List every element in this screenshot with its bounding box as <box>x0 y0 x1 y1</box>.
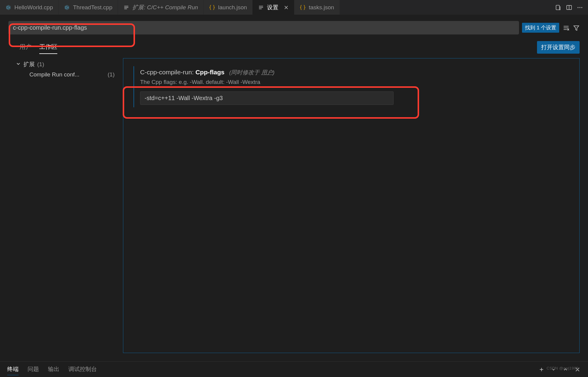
panel-tab-debug-console[interactable]: 调试控制台 <box>68 364 97 375</box>
tab-label: launch.json <box>218 4 247 11</box>
setting-note-link[interactable]: 用户 <box>261 69 273 76</box>
setting-input-wrap <box>140 91 563 105</box>
panel-tab-output[interactable]: 输出 <box>48 364 59 375</box>
panel-tab-problems[interactable]: 问题 <box>28 364 39 375</box>
tab-label: 设置 <box>267 4 278 11</box>
tab-label: HelloWorld.cpp <box>14 4 53 11</box>
tab-helloworld[interactable]: C+ HelloWorld.cpp <box>0 0 58 15</box>
new-terminal-icon[interactable] <box>538 366 545 373</box>
toc-item-label: Compile Run conf... <box>29 71 80 78</box>
tab-tasks-json[interactable]: tasks.json <box>294 0 340 15</box>
bottom-panel-tabs: 终端 问题 输出 调试控制台 <box>7 364 97 375</box>
svg-text:C+: C+ <box>6 6 10 9</box>
setting-value-input[interactable] <box>140 91 394 105</box>
tab-label: ThreadTest.cpp <box>73 4 112 11</box>
settings-search-row: 找到 1 个设置 <box>0 15 588 38</box>
settings-scope-tabs: 用户 工作区 <box>20 40 57 54</box>
open-changes-icon[interactable] <box>555 4 562 11</box>
scope-tab-user[interactable]: 用户 <box>20 40 32 54</box>
json-icon <box>209 4 215 10</box>
setting-modified-note: (同时修改于 用户) <box>229 69 274 76</box>
split-editor-icon[interactable] <box>566 4 572 11</box>
toc-group-count: (1) <box>37 61 44 68</box>
maximize-panel-icon[interactable] <box>562 366 569 373</box>
cpp-icon: C+ <box>5 4 11 10</box>
bottom-panel: 终端 问题 输出 调试控制台 <box>0 361 588 377</box>
toc-group-label: 扩展 <box>23 61 35 68</box>
tab-extension[interactable]: 扩展: C/C++ Compile Run <box>118 0 204 15</box>
more-icon[interactable] <box>577 4 583 11</box>
scope-tab-workspace[interactable]: 工作区 <box>39 40 57 54</box>
setting-description: The Cpp flags: e.g. -Wall. default: -Wal… <box>140 79 563 85</box>
search-right: 找到 1 个设置 <box>522 23 580 33</box>
settings-results-panel: C-cpp-compile-run: Cpp-flags (同时修改于 用户) … <box>123 58 580 353</box>
cpp-icon: C+ <box>64 4 70 10</box>
tab-actions <box>550 4 588 11</box>
settings-toc: 扩展 (1) Compile Run conf... (1) <box>0 54 123 357</box>
toc-item-compile-run[interactable]: Compile Run conf... (1) <box>16 68 115 78</box>
settings-scope-row: 用户 工作区 打开设置同步 <box>0 38 588 54</box>
svg-point-13 <box>578 7 578 8</box>
tab-label: tasks.json <box>309 4 334 11</box>
json-icon <box>300 4 306 10</box>
tab-bar: C+ HelloWorld.cpp C+ ThreadTest.cpp 扩展: … <box>0 0 588 15</box>
found-count-badge: 找到 1 个设置 <box>522 23 559 33</box>
chevron-down-icon <box>16 61 21 68</box>
setting-cpp-flags: C-cpp-compile-run: Cpp-flags (同时修改于 用户) … <box>134 66 569 107</box>
setting-subkey: Cpp-flags <box>195 69 224 76</box>
tab-label: 扩展: C/C++ Compile Run <box>132 4 198 11</box>
settings-main-row: 扩展 (1) Compile Run conf... (1) C-cpp-com… <box>0 54 588 357</box>
svg-point-15 <box>581 7 582 8</box>
tab-threadtest[interactable]: C+ ThreadTest.cpp <box>58 0 118 15</box>
terminal-dropdown-icon[interactable] <box>550 366 557 373</box>
toc-group-extensions[interactable]: 扩展 (1) <box>16 61 119 68</box>
toc-item-count: (1) <box>108 71 115 78</box>
svg-point-14 <box>579 7 580 8</box>
setting-key: C-cpp-compile-run: <box>140 69 194 76</box>
list-icon <box>258 4 264 10</box>
setting-note-suffix: ) <box>273 69 274 76</box>
filter-icon[interactable] <box>573 25 580 31</box>
setting-title: C-cpp-compile-run: Cpp-flags (同时修改于 用户) <box>140 69 563 76</box>
setting-note-prefix: (同时修改于 <box>229 69 261 76</box>
close-panel-icon[interactable] <box>574 366 581 373</box>
clear-search-icon[interactable] <box>563 25 569 31</box>
svg-rect-10 <box>556 5 560 10</box>
tab-settings[interactable]: 设置 <box>253 0 294 15</box>
settings-search-wrap <box>8 21 519 34</box>
tab-launch-json[interactable]: launch.json <box>204 0 253 15</box>
panel-tab-terminal[interactable]: 终端 <box>7 364 19 375</box>
settings-search-input[interactable] <box>13 24 514 31</box>
svg-text:C+: C+ <box>65 6 69 9</box>
list-icon <box>123 4 129 10</box>
panel-actions <box>538 366 581 373</box>
close-icon[interactable] <box>284 5 289 10</box>
open-settings-sync-button[interactable]: 打开设置同步 <box>537 41 580 54</box>
